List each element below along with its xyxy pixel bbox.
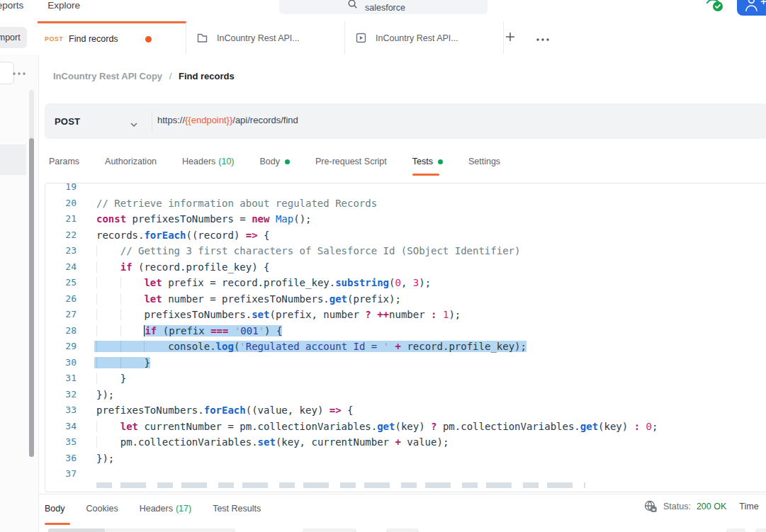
token-number: 0 <box>646 421 652 432</box>
token-indent <box>96 421 120 432</box>
token-plain: prefixesToNumbers = <box>126 213 252 225</box>
token-plain: }); <box>96 389 114 400</box>
token-keyword: ? <box>365 309 371 320</box>
response-tab-label: Body <box>45 504 65 514</box>
token-plain: pm.collectionVariables. <box>436 421 580 432</box>
response-tab-headers[interactable]: Headers(17) <box>140 504 191 514</box>
line-number: 34 <box>45 419 77 435</box>
token-keyword: let <box>144 277 162 288</box>
request-tab-authorization[interactable]: Authorization <box>105 145 157 178</box>
sidebar-scrollbar-thumb[interactable] <box>29 138 34 457</box>
code-line[interactable]: 25 let prefix = record.profile_key.subst… <box>45 275 766 291</box>
status-value[interactable]: 200 OK <box>697 502 726 511</box>
import-label: Import <box>0 33 21 43</box>
nav-reports[interactable]: Reports <box>0 0 23 15</box>
code-line-content: } <box>77 370 126 387</box>
response-format-skeleton[interactable] <box>303 528 356 532</box>
token-plain <box>640 421 646 432</box>
request-tab-label: Params <box>49 157 79 166</box>
code-line[interactable]: 35 pm.collectionVariables.set(key, curre… <box>45 434 766 451</box>
code-line[interactable]: 21const prefixesToNumbers = new Map(); <box>45 211 766 227</box>
response-tab-body[interactable]: Body <box>45 504 65 514</box>
tests-code-editor[interactable]: 1920// Retrieve information about regula… <box>45 183 766 492</box>
code-line[interactable]: 33prefixesToNumbers.forEach((value, key)… <box>45 402 766 419</box>
request-tab-body[interactable]: Body <box>260 145 291 178</box>
nav-explore[interactable]: Explore <box>47 0 80 15</box>
token-indent <box>120 325 145 336</box>
global-search-input[interactable]: salesforce <box>279 0 488 14</box>
code-line[interactable]: 27 prefixesToNumbers.set(prefix, number … <box>45 307 766 323</box>
unsaved-changes-dot <box>145 36 152 43</box>
response-tab-cookies[interactable]: Cookies <box>86 504 118 514</box>
code-line[interactable]: 24 if (record.profile_key) { <box>45 259 766 276</box>
new-tab-button[interactable] <box>505 31 516 45</box>
code-line[interactable]: 37 <box>45 466 766 482</box>
request-tab-headers[interactable]: Headers(10) <box>182 145 234 178</box>
token-plain: record.profile_key); <box>401 341 526 352</box>
request-tab-tests[interactable]: Tests <box>412 145 443 178</box>
code-line[interactable]: 22records.forEach((record) => { <box>45 227 766 244</box>
request-tab-pre-request-script[interactable]: Pre-request Script <box>315 145 387 178</box>
request-tab-params[interactable]: Params <box>49 145 79 178</box>
request-tab[interactable]: POSTFind records <box>38 21 186 55</box>
code-line[interactable]: 30 } <box>45 355 766 371</box>
request-tab-label: Settings <box>468 157 500 166</box>
sidebar-selected-item[interactable] <box>0 145 26 175</box>
response-wrap-skeleton[interactable] <box>386 528 419 532</box>
token-indent <box>96 357 120 368</box>
token-plain: ); <box>449 309 461 320</box>
request-tab-settings[interactable]: Settings <box>468 145 500 178</box>
code-line[interactable]: 31 } <box>45 370 766 387</box>
sidebar-more-button[interactable] <box>12 66 26 79</box>
method-dropdown[interactable]: POST <box>55 103 154 139</box>
code-line[interactable]: 34 let currentNumber = pm.collectionVari… <box>45 419 766 435</box>
request-tab[interactable]: InCountry Rest API... <box>345 21 504 55</box>
code-line-content <box>77 183 96 196</box>
url-segment: /api/records/find <box>232 115 298 125</box>
line-number: 19 <box>45 183 77 196</box>
request-section-tabs: ParamsAuthorizationHeaders(10)BodyPre-re… <box>49 145 500 178</box>
invite-button[interactable] <box>737 0 766 16</box>
token-plain: ) { <box>264 325 282 336</box>
code-line[interactable]: 19 <box>45 183 766 196</box>
response-section-tabs: BodyCookiesHeaders(17)Test Results <box>45 500 261 517</box>
response-action-skeleton[interactable] <box>726 528 745 532</box>
code-line[interactable]: 23 // Getting 3 first characters of Sale… <box>45 243 766 259</box>
response-view-toggle-skeleton[interactable] <box>48 528 235 532</box>
code-line[interactable]: 20// Retrieve information about regulate… <box>45 196 766 212</box>
token-plain <box>371 309 377 320</box>
runner-icon <box>355 32 367 44</box>
code-line[interactable]: 32}); <box>45 387 766 403</box>
code-line-content: const prefixesToNumbers = new Map(); <box>77 211 312 227</box>
url-input[interactable]: https://{{endpoint}}/api/records/find <box>157 115 298 125</box>
code-line[interactable]: 26 let number = prefixesToNumbers.get(pr… <box>45 291 766 307</box>
code-line[interactable]: 36}); <box>45 451 766 467</box>
breadcrumb-request-name[interactable]: Find records <box>179 71 235 81</box>
url-bar: POST https://{{endpoint}}/api/records/fi… <box>45 103 766 139</box>
token-plain <box>389 341 395 352</box>
code-line[interactable]: 29 console.log('Regulated account Id = '… <box>45 339 766 355</box>
code-line[interactable]: 28 if (prefix === '001') { <box>45 323 766 339</box>
top-nav: Reports Explore <box>0 0 80 15</box>
import-button[interactable]: Import <box>0 27 27 48</box>
token-indent <box>96 277 120 288</box>
breadcrumb-collection[interactable]: InCountry Rest API Copy <box>53 71 162 81</box>
more-options-icon <box>536 38 550 42</box>
token-keyword: if <box>120 261 133 273</box>
sync-ok-icon[interactable] <box>704 0 726 16</box>
response-tab-test-results[interactable]: Test Results <box>213 504 261 514</box>
tab-method-label: POST <box>45 35 63 43</box>
code-line-content: let prefix = record.profile_key.substrin… <box>77 275 431 291</box>
token-plain: (key) <box>395 421 431 432</box>
code-line-content: console.log('Regulated account Id = ' + … <box>77 339 526 355</box>
token-comment: // Getting 3 first characters of Salesfo… <box>120 245 521 256</box>
response-action-skeleton[interactable] <box>755 528 766 532</box>
request-panel: InCountry Rest API Copy / Find records P… <box>39 55 766 532</box>
tab-options-button[interactable] <box>536 32 550 45</box>
token-string: Regulated account Id = <box>246 341 383 352</box>
code-line-content: }); <box>77 451 114 467</box>
request-tab[interactable]: InCountry Rest API... <box>186 21 345 55</box>
code-line-content: pm.collectionVariables.set(key, currentN… <box>77 434 449 451</box>
line-number: 24 <box>45 259 77 276</box>
line-number: 29 <box>45 339 77 355</box>
